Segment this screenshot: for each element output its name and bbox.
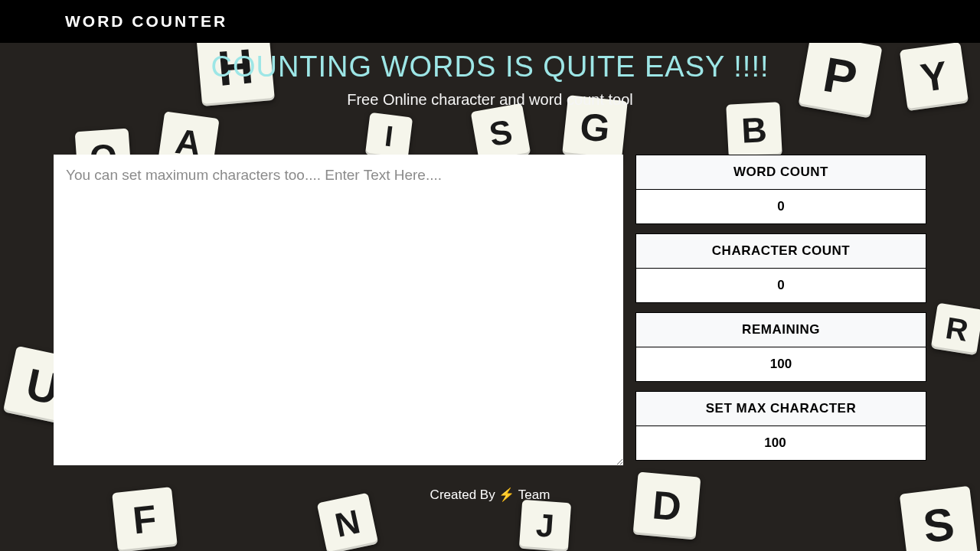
word-count-value: 0 [636, 190, 926, 223]
bolt-icon: ⚡ [498, 487, 514, 502]
content-area: COUNTING WORDS IS QUITE EASY !!!! Free O… [0, 51, 980, 503]
app-title: WORD COUNTER [65, 12, 227, 31]
remaining-panel: REMAINING 100 [635, 312, 926, 382]
max-char-panel: SET MAX CHARACTER [635, 391, 926, 461]
character-count-value: 0 [636, 269, 926, 302]
max-char-label: SET MAX CHARACTER [636, 392, 926, 426]
word-count-panel: WORD COUNT 0 [635, 155, 926, 224]
remaining-value: 100 [636, 347, 926, 381]
max-char-input[interactable] [636, 426, 926, 460]
remaining-label: REMAINING [636, 313, 926, 347]
text-input[interactable] [54, 155, 623, 465]
page-headline: COUNTING WORDS IS QUITE EASY !!!! [0, 51, 980, 83]
character-count-label: CHARACTER COUNT [636, 234, 926, 269]
page-subtitle: Free Online character and word count too… [0, 91, 980, 109]
footer: Created By ⚡ Team [0, 487, 980, 503]
footer-prefix: Created By [430, 487, 499, 502]
app-header: WORD COUNTER [0, 0, 980, 43]
main-row: WORD COUNT 0 CHARACTER COUNT 0 REMAINING… [0, 155, 980, 465]
bg-letter-tile: J [519, 500, 571, 551]
word-count-label: WORD COUNT [636, 155, 926, 190]
character-count-panel: CHARACTER COUNT 0 [635, 233, 926, 303]
stats-panels: WORD COUNT 0 CHARACTER COUNT 0 REMAINING… [635, 155, 926, 461]
footer-suffix: Team [514, 487, 550, 502]
